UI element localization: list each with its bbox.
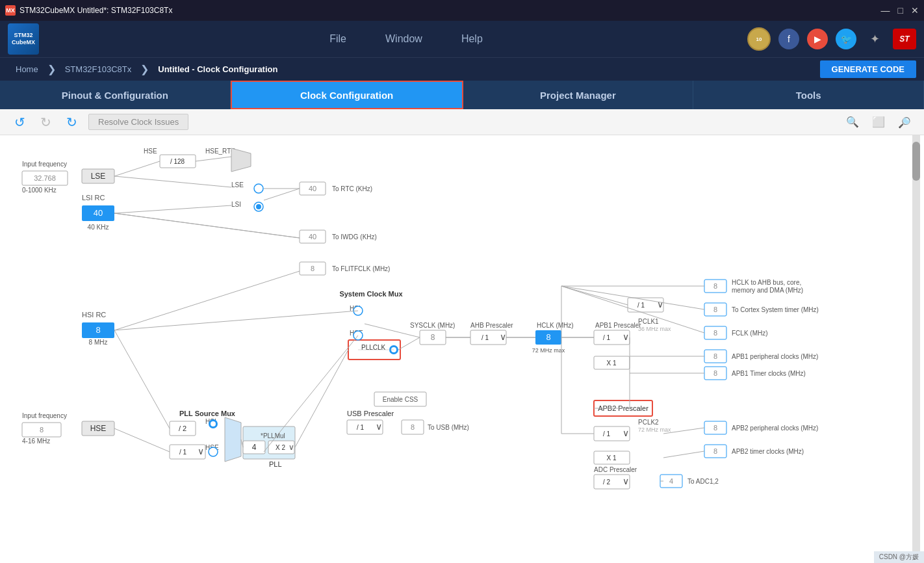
svg-text:HSI RC: HSI RC	[82, 311, 106, 319]
svg-text:8: 8	[713, 369, 717, 377]
svg-text:/ 1: / 1	[603, 334, 611, 341]
toolbar: ↺ ↻ ↻ Resolve Clock Issues 🔍 ⬜ 🔍	[0, 109, 924, 135]
resolve-clock-button[interactable]: Resolve Clock Issues	[88, 114, 188, 130]
svg-text:0-1000 KHz: 0-1000 KHz	[22, 187, 57, 194]
svg-text:8: 8	[713, 306, 717, 313]
svg-text:∨: ∨	[622, 428, 629, 438]
svg-text:To Cortex System timer (MHz): To Cortex System timer (MHz)	[732, 306, 819, 313]
svg-text:APB1 Timer clocks (MHz): APB1 Timer clocks (MHz)	[732, 370, 806, 377]
svg-point-137	[209, 447, 218, 456]
breadcrumb-current[interactable]: Untitled - Clock Configuration	[150, 62, 285, 77]
title-text: STM32CubeMX Untitled*: STM32F103C8Tx	[19, 6, 172, 15]
svg-text:8: 8	[96, 325, 100, 335]
svg-text:To RTC (KHz): To RTC (KHz)	[332, 185, 372, 192]
breadcrumb-sep2: ❯	[140, 63, 149, 75]
svg-rect-174	[912, 142, 920, 181]
svg-text:X 1: X 1	[606, 454, 616, 462]
svg-text:X 2: X 2	[276, 444, 285, 451]
svg-text:HCLK (MHz): HCLK (MHz)	[537, 322, 574, 329]
svg-text:To IWDG (KHz): To IWDG (KHz)	[332, 233, 377, 241]
svg-marker-138	[225, 417, 241, 462]
svg-text:8: 8	[713, 352, 717, 360]
svg-text:4: 4	[252, 443, 257, 452]
zoom-in-icon[interactable]: 🔍	[843, 113, 862, 131]
svg-text:/ 1: / 1	[357, 424, 365, 431]
svg-text:36 MHz max: 36 MHz max	[638, 326, 671, 332]
svg-text:8: 8	[431, 333, 435, 342]
svg-text:∨: ∨	[622, 332, 629, 342]
refresh-button[interactable]: ↻	[62, 113, 81, 131]
tab-tools[interactable]: Tools	[693, 81, 924, 109]
svg-text:40: 40	[309, 185, 316, 192]
svg-text:/ 1: / 1	[481, 334, 489, 341]
svg-text:∨: ∨	[376, 421, 382, 432]
logo-area: STM32 CubeMX	[8, 23, 39, 55]
menu-window[interactable]: Window	[385, 33, 422, 45]
svg-text:8: 8	[546, 332, 550, 342]
youtube-icon[interactable]: ▶	[807, 29, 828, 49]
svg-text:APB2 timer clocks (MHz): APB2 timer clocks (MHz)	[732, 448, 804, 455]
fit-view-icon[interactable]: ⬜	[869, 113, 888, 131]
svg-text:72 MHz max: 72 MHz max	[638, 426, 671, 433]
status-text: CSDN @方媛	[879, 553, 919, 560]
svg-text:/ 128: / 128	[170, 158, 185, 165]
svg-text:8: 8	[713, 424, 717, 432]
breadcrumb-sep1: ❯	[47, 63, 56, 75]
tab-clock[interactable]: Clock Configuration	[231, 81, 463, 109]
title-bar: MX STM32CubeMX Untitled*: STM32F103C8Tx …	[0, 0, 924, 21]
svg-text:∨: ∨	[198, 446, 204, 456]
undo-button[interactable]: ↺	[10, 113, 29, 131]
breadcrumb-bar: Home ❯ STM32F103C8Tx ❯ Untitled - Clock …	[0, 57, 924, 81]
svg-text:8: 8	[713, 447, 717, 455]
breadcrumb-home[interactable]: Home	[8, 62, 46, 77]
menu-file[interactable]: File	[329, 33, 346, 45]
svg-text:*PLLMul: *PLLMul	[261, 432, 285, 439]
svg-text:To USB (MHz): To USB (MHz)	[428, 424, 469, 431]
svg-text:Input frequency: Input frequency	[22, 412, 67, 419]
menu-help[interactable]: Help	[461, 33, 483, 45]
menu-bar: STM32 CubeMX File Window Help 10 f ▶ 🐦 ✦…	[0, 21, 924, 57]
redo-button[interactable]: ↻	[36, 113, 55, 131]
svg-text:PLL Source Mux: PLL Source Mux	[179, 410, 236, 417]
tab-bar: Pinout & Configuration Clock Configurati…	[0, 81, 924, 109]
svg-text:APB1 Prescaler: APB1 Prescaler	[595, 322, 641, 329]
tab-project[interactable]: Project Manager	[463, 81, 694, 109]
app-icon: MX	[5, 5, 16, 16]
main-diagram-area: Input frequency 32.768 0-1000 KHz LSE LS…	[0, 135, 924, 563]
svg-text:LSI: LSI	[231, 201, 241, 208]
close-button[interactable]: ✕	[911, 5, 919, 16]
svg-text:4-16 MHz: 4-16 MHz	[22, 438, 50, 445]
svg-rect-0	[4, 135, 920, 563]
twitter-icon[interactable]: 🐦	[836, 29, 856, 49]
minimize-button[interactable]: —	[881, 5, 890, 16]
svg-text:32.768: 32.768	[34, 174, 56, 182]
network-icon[interactable]: ✦	[864, 29, 885, 49]
svg-text:8: 8	[713, 329, 717, 337]
svg-text:USB Prescaler: USB Prescaler	[347, 410, 394, 417]
generate-code-button[interactable]: GENERATE CODE	[820, 60, 916, 78]
svg-text:∨: ∨	[289, 443, 294, 452]
svg-text:8: 8	[40, 426, 44, 434]
svg-text:72 MHz max: 72 MHz max	[532, 347, 565, 354]
svg-text:AHB Prescaler: AHB Prescaler	[470, 322, 513, 329]
app-logo: STM32 CubeMX	[8, 23, 39, 55]
svg-text:ADC Prescaler: ADC Prescaler	[594, 466, 637, 473]
svg-text:40: 40	[94, 208, 103, 218]
status-bar: CSDN @方媛	[874, 551, 924, 563]
svg-text:System Clock Mux: System Clock Mux	[339, 290, 403, 298]
svg-text:∨: ∨	[622, 476, 629, 486]
svg-point-28	[254, 184, 263, 193]
zoom-out-icon[interactable]: 🔍	[895, 113, 914, 131]
svg-text:FCLK (MHz): FCLK (MHz)	[732, 330, 768, 337]
svg-text:/ 1: / 1	[603, 430, 611, 438]
facebook-icon[interactable]: f	[778, 29, 799, 49]
svg-text:/ 2: / 2	[603, 478, 611, 486]
breadcrumb-device[interactable]: STM32F103C8Tx	[57, 62, 140, 77]
st-logo[interactable]: ST	[893, 29, 916, 49]
maximize-button[interactable]: □	[898, 5, 903, 16]
tab-pinout[interactable]: Pinout & Configuration	[0, 81, 231, 109]
svg-text:40: 40	[309, 233, 316, 241]
svg-text:HCLK to AHB bus, core,: HCLK to AHB bus, core,	[732, 279, 801, 286]
svg-text:Input frequency: Input frequency	[22, 161, 67, 168]
svg-text:∨: ∨	[657, 299, 663, 309]
